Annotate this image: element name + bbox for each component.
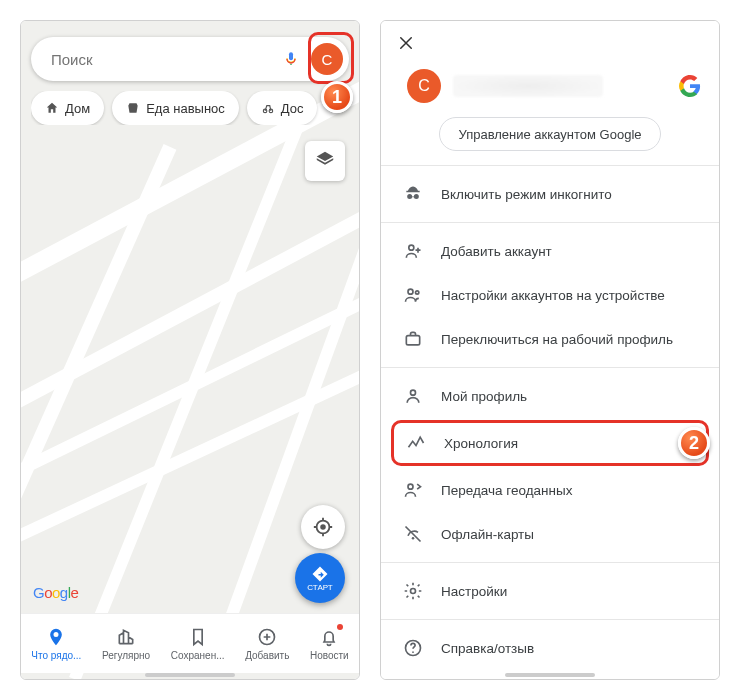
gesture-handle (145, 673, 235, 677)
gesture-handle (505, 673, 595, 677)
close-icon (397, 34, 415, 52)
help-icon (403, 638, 423, 658)
incognito-icon (403, 184, 423, 204)
start-label: СТАРТ (307, 583, 332, 592)
menu-group-4: Настройки (381, 563, 719, 619)
svg-point-5 (409, 245, 414, 250)
share-location-icon (403, 480, 423, 500)
google-g-icon (679, 75, 701, 97)
nav-label: Регулярно (102, 650, 150, 661)
menu-label: Добавить аккаунт (441, 244, 552, 259)
plus-circle-icon (256, 626, 278, 648)
nav-contribute[interactable]: Добавить (245, 626, 289, 661)
nav-label: Что рядо... (31, 650, 81, 661)
mic-icon[interactable] (281, 49, 301, 69)
delivery-icon (261, 101, 275, 115)
menu-label: Переключиться на рабочий профиль (441, 332, 673, 347)
search-input[interactable] (49, 50, 271, 69)
bookmark-icon (187, 626, 209, 648)
svg-point-7 (416, 291, 419, 294)
manage-label: Управление аккаунтом Google (458, 127, 641, 142)
menu-my-profile[interactable]: Мой профиль (381, 374, 719, 418)
menu-work-profile[interactable]: Переключиться на рабочий профиль (381, 317, 719, 361)
locate-icon (312, 516, 334, 538)
close-button[interactable] (397, 34, 415, 52)
menu-group-2: Добавить аккаунт Настройки аккаунтов на … (381, 223, 719, 367)
menu-settings[interactable]: Настройки (381, 569, 719, 613)
menu-label: Передача геоданных (441, 483, 572, 498)
takeout-icon (126, 101, 140, 115)
chip-label: Дос (281, 101, 304, 116)
menu-label: Справка/отзыв (441, 641, 534, 656)
menu-label: Настройки аккаунтов на устройстве (441, 288, 665, 303)
menu-location-sharing[interactable]: Передача геоданных (381, 468, 719, 512)
chip-label: Еда навынос (146, 101, 225, 116)
svg-point-14 (412, 651, 414, 653)
layers-icon (314, 150, 336, 172)
menu-timeline[interactable]: Хронология 2 (391, 420, 709, 466)
avatar[interactable]: C (311, 43, 343, 75)
pin-icon (45, 626, 67, 648)
svg-point-12 (411, 589, 416, 594)
callout-1: 1 (321, 81, 353, 113)
menu-help[interactable]: Справка/отзыв (381, 626, 719, 670)
gear-icon (403, 581, 423, 601)
callout-2: 2 (678, 427, 710, 459)
account-sheet: C Управление аккаунтом Google Включить р… (381, 21, 719, 679)
nav-commute[interactable]: Регулярно (102, 626, 150, 661)
buildings-icon (115, 626, 137, 648)
menu-offline-maps[interactable]: Офлайн-карты (381, 512, 719, 556)
menu-add-account[interactable]: Добавить аккаунт (381, 229, 719, 273)
menu-group-3: Мой профиль Хронология 2 Передача геодан… (381, 368, 719, 562)
menu-label: Мой профиль (441, 389, 527, 404)
category-chips: Дом Еда навынос Дос (31, 91, 359, 125)
directions-icon (311, 565, 329, 583)
svg-point-11 (412, 537, 415, 540)
menu-group-5: Справка/отзыв (381, 620, 719, 676)
phone-left-maps: C 1 Дом Еда навынос Дос СТАРТ Google Что… (20, 20, 360, 680)
menu-label: Офлайн-карты (441, 527, 534, 542)
chip-label: Дом (65, 101, 90, 116)
svg-point-10 (408, 484, 413, 489)
menu-label: Хронология (444, 436, 518, 451)
nav-label: Добавить (245, 650, 289, 661)
chip-delivery[interactable]: Дос (247, 91, 318, 125)
svg-rect-8 (406, 336, 419, 345)
nav-label: Сохранен... (171, 650, 225, 661)
people-icon (403, 285, 423, 305)
layers-button[interactable] (305, 141, 345, 181)
menu-group-1: Включить режим инкогнито (381, 166, 719, 222)
bottom-nav: Что рядо... Регулярно Сохранен... Добави… (21, 613, 359, 673)
account-header[interactable]: C (381, 65, 719, 117)
search-bar[interactable]: C (31, 37, 349, 81)
svg-point-6 (408, 289, 413, 294)
phone-right-account-sheet: C Управление аккаунтом Google Включить р… (380, 20, 720, 680)
account-name-redacted (453, 75, 603, 97)
svg-point-9 (411, 390, 416, 395)
offline-icon (403, 524, 423, 544)
bell-icon (318, 626, 340, 648)
start-button[interactable]: СТАРТ (295, 553, 345, 603)
nav-label: Новости (310, 650, 349, 661)
chip-home[interactable]: Дом (31, 91, 104, 125)
briefcase-icon (403, 329, 423, 349)
menu-incognito[interactable]: Включить режим инкогнито (381, 172, 719, 216)
menu-label: Настройки (441, 584, 507, 599)
nav-explore[interactable]: Что рядо... (31, 626, 81, 661)
avatar: C (407, 69, 441, 103)
locate-button[interactable] (301, 505, 345, 549)
timeline-icon (406, 433, 426, 453)
chip-takeout[interactable]: Еда навынос (112, 91, 239, 125)
close-row (381, 21, 719, 65)
badge-dot-icon (337, 624, 343, 630)
person-icon (403, 386, 423, 406)
google-logo: Google (33, 584, 78, 601)
menu-label: Включить режим инкогнито (441, 187, 612, 202)
nav-updates[interactable]: Новости (310, 626, 349, 661)
manage-account-button[interactable]: Управление аккаунтом Google (439, 117, 660, 151)
menu-account-settings[interactable]: Настройки аккаунтов на устройстве (381, 273, 719, 317)
nav-saved[interactable]: Сохранен... (171, 626, 225, 661)
home-icon (45, 101, 59, 115)
person-add-icon (403, 241, 423, 261)
svg-point-2 (320, 524, 326, 530)
